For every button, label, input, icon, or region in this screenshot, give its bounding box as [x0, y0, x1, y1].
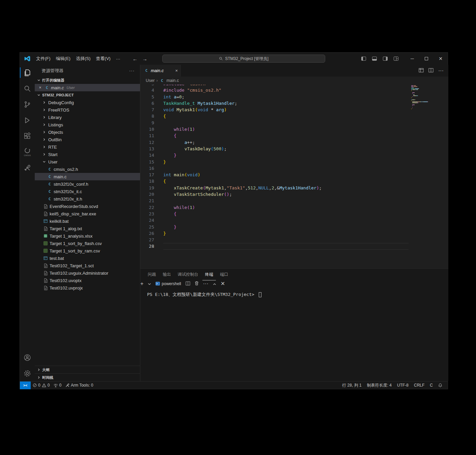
tree-item-outbin[interactable]: OutBin: [35, 136, 140, 143]
tree-item-start[interactable]: Start: [35, 151, 140, 158]
code-line-12[interactable]: 12 a++;: [140, 139, 448, 146]
status-item-4[interactable]: C: [427, 382, 436, 389]
code-line-4[interactable]: 4#include "cmsis_os2.h": [140, 87, 448, 93]
menu-item-2[interactable]: 选择(S): [73, 54, 93, 63]
ports-status[interactable]: 0: [52, 382, 63, 389]
code-line-7[interactable]: 7void Mytask1(void * arg): [140, 107, 448, 113]
maximize-panel-icon[interactable]: [213, 281, 216, 287]
tree-item-cmsis-os2-h[interactable]: Ccmsis_os2.h: [35, 165, 140, 173]
activity-cmsis-icon[interactable]: CMSIS: [20, 144, 35, 160]
code-line-26[interactable]: 26}: [140, 230, 448, 237]
activity-extensions-icon[interactable]: [20, 128, 35, 144]
maximize-button[interactable]: [419, 53, 433, 65]
code-line-3[interactable]: 3#include "task.h": [140, 85, 448, 87]
terminal-instance-powershell[interactable]: powershell: [156, 281, 181, 286]
customize-layout-icon[interactable]: [394, 57, 398, 61]
tree-item-target-1-alog-txt[interactable]: Target 1_alog.txt: [35, 225, 140, 232]
sidebar-more-actions-icon[interactable]: ···: [129, 68, 135, 73]
code-line-15[interactable]: 15}: [140, 159, 448, 165]
close-icon[interactable]: ×: [37, 85, 43, 90]
toggle-secondary-sidebar-icon[interactable]: [383, 57, 388, 61]
arm-tools-status[interactable]: Arm Tools: 0: [63, 382, 95, 389]
tree-item-library[interactable]: Library: [35, 114, 140, 121]
close-window-button[interactable]: ✕: [433, 53, 448, 65]
settings-gear-icon[interactable]: [20, 365, 35, 381]
menu-item-1[interactable]: 编辑(E): [53, 54, 73, 63]
tree-item-stm32f10x-conf-h[interactable]: Cstm32f10x_conf.h: [35, 180, 140, 188]
status-item-0[interactable]: 行 28, 列 1: [339, 382, 364, 389]
terminal-output[interactable]: PS E:\18、文档预研\新建文件夹\STM32_Project>: [140, 287, 448, 298]
menu-item-3[interactable]: 查看(V): [93, 54, 113, 63]
code-line-5[interactable]: 5int a=0;: [140, 94, 448, 100]
tree-item-keilkill-bat[interactable]: keilkill.bat: [35, 217, 140, 225]
tree-item-keil5-disp-size-bar-exe[interactable]: keil5_disp_size_bar.exe: [35, 210, 140, 217]
status-item-1[interactable]: 制表符长度: 4: [364, 382, 394, 389]
command-center-search[interactable]: STM32_Project [管理员]: [162, 55, 325, 63]
tree-item-target-1-sort-by-flash-csv[interactable]: Target 1_sort_by_flash.csv: [35, 240, 140, 247]
breadcrumb-file[interactable]: main.c: [166, 78, 179, 83]
tree-item-listings[interactable]: Listings: [35, 121, 140, 128]
code-line-20[interactable]: 20 vTaskStartScheduler();: [140, 191, 448, 198]
tree-item-freertos[interactable]: FreeRTOS: [35, 106, 140, 114]
code-line-23[interactable]: 23 {: [140, 211, 448, 217]
terminal-dropdown-icon[interactable]: [148, 281, 151, 287]
code-line-8[interactable]: 8{: [140, 113, 448, 119]
code-line-11[interactable]: 11 {: [140, 132, 448, 139]
tab-main-c[interactable]: C main.c ×: [140, 65, 181, 77]
close-panel-icon[interactable]: ✕: [221, 280, 225, 287]
new-terminal-icon[interactable]: +: [140, 281, 143, 287]
nav-back-icon[interactable]: ←: [133, 56, 138, 62]
code-line-17[interactable]: 17int main(void): [140, 172, 448, 178]
tree-item-test0102-target-1-sct[interactable]: Test0102_Target_1.sct: [35, 262, 140, 269]
tree-item-user[interactable]: User: [35, 158, 140, 165]
activity-explorer-icon[interactable]: [20, 65, 35, 81]
menu-item-4[interactable]: ···: [113, 55, 123, 63]
account-icon[interactable]: [20, 350, 35, 365]
tree-item-test0102-uvprojx[interactable]: Test0102.uvprojx: [35, 284, 140, 292]
remote-indicator[interactable]: ><: [20, 382, 31, 389]
panel-more-actions-icon[interactable]: ···: [203, 281, 208, 287]
activity-source-control-icon[interactable]: [20, 96, 35, 112]
menu-item-0[interactable]: 文件(F): [33, 54, 53, 63]
open-editors-section[interactable]: 打开的编辑器: [35, 77, 140, 84]
split-terminal-icon[interactable]: [186, 281, 190, 287]
minimize-button[interactable]: ─: [405, 53, 419, 65]
panel-tab-输出[interactable]: 输出: [160, 269, 173, 280]
status-item-3[interactable]: CRLF: [411, 382, 427, 389]
tree-item-target-1-analysis-xlsx[interactable]: Target 1_analysis.xlsx: [35, 232, 140, 240]
problems-status[interactable]: 0 0: [31, 382, 52, 389]
activity-search-icon[interactable]: [20, 81, 35, 96]
code-line-25[interactable]: 25 }: [140, 224, 448, 230]
tree-item-test0102-uvguix-administrator[interactable]: Test0102.uvguix.Administrator: [35, 269, 140, 277]
activity-arm-tools-icon[interactable]: [20, 160, 35, 176]
code-line-18[interactable]: 18{: [140, 178, 448, 184]
code-line-22[interactable]: 22 while(1): [140, 204, 448, 211]
tree-item-stm32f10x-it-c[interactable]: Cstm32f10x_it.c: [35, 188, 140, 195]
code-line-21[interactable]: 21: [140, 198, 448, 204]
timeline-section[interactable]: 时间线: [35, 373, 140, 381]
tree-item-main-c[interactable]: Cmain.c: [35, 173, 140, 180]
toggle-sidebar-icon[interactable]: [361, 57, 366, 61]
tab-close-icon[interactable]: ×: [175, 68, 178, 73]
open-editor-item-main-c[interactable]: × C main.c User: [35, 84, 140, 91]
toggle-panel-icon[interactable]: [372, 57, 377, 61]
tree-item-target-1-sort-by-ram-csv[interactable]: Target 1_sort_by_ram.csv: [35, 247, 140, 254]
status-item-2[interactable]: UTF-8: [394, 382, 411, 389]
tree-item-test-bat[interactable]: test.bat: [35, 254, 140, 262]
code-line-24[interactable]: 24: [140, 217, 448, 223]
panel-tab-调试控制台[interactable]: 调试控制台: [175, 269, 201, 280]
project-section-header[interactable]: STM32_PROJECT: [35, 91, 140, 99]
code-line-16[interactable]: 16: [140, 165, 448, 172]
code-line-6[interactable]: 6TaskHandle_t Mytask1Handler;: [140, 100, 448, 107]
kill-terminal-trash-icon[interactable]: [195, 281, 199, 287]
tree-item-debugconfig[interactable]: DebugConfig: [35, 99, 140, 106]
breadcrumb[interactable]: User › C main.c: [140, 77, 448, 85]
minimap[interactable]: [411, 85, 429, 112]
activity-run-debug-icon[interactable]: [20, 112, 35, 128]
tree-item-stm32f10x-it-h[interactable]: Cstm32f10x_it.h: [35, 195, 140, 203]
code-line-10[interactable]: 10 while(1): [140, 126, 448, 132]
breadcrumb-folder[interactable]: User: [146, 78, 155, 83]
panel-tab-终端[interactable]: 终端: [202, 269, 216, 280]
split-editor-icon[interactable]: [428, 68, 433, 74]
tree-item-objects[interactable]: Objects: [35, 128, 140, 136]
